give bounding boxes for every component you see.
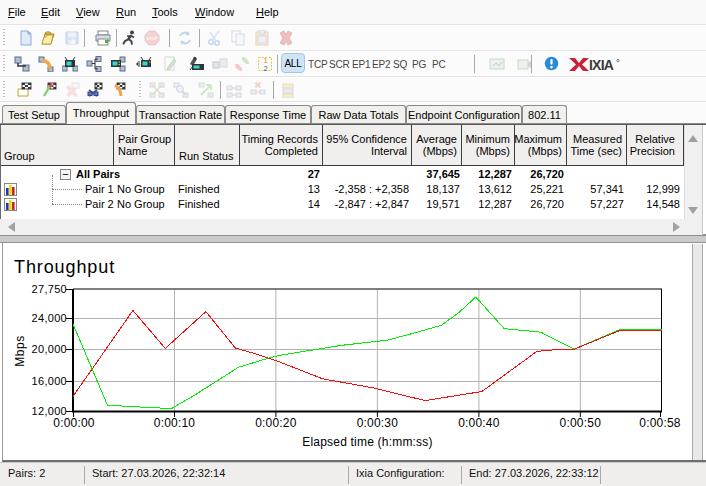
svg-text:0:00:58: 0:00:58 [639, 416, 681, 430]
svg-text:0:00:00: 0:00:00 [53, 416, 95, 430]
svg-text:Elapsed time (h:mm:ss): Elapsed time (h:mm:ss) [302, 435, 432, 449]
svg-text:20,000: 20,000 [32, 343, 67, 355]
svg-text:16,000: 16,000 [32, 375, 67, 387]
svg-text:2: 2 [264, 64, 268, 72]
svg-text:IXIA: IXIA [589, 57, 614, 73]
svg-text:0:00:50: 0:00:50 [560, 416, 602, 430]
svg-text:0:00:10: 0:00:10 [154, 416, 196, 430]
svg-text:0:00:20: 0:00:20 [255, 416, 297, 430]
svg-text:24,000: 24,000 [32, 312, 67, 324]
svg-text:0:00:40: 0:00:40 [458, 416, 500, 430]
svg-text:0:00:30: 0:00:30 [357, 416, 399, 430]
svg-text:Mbps: Mbps [13, 335, 27, 366]
svg-text:STOP: STOP [147, 36, 158, 41]
svg-text:27,750: 27,750 [32, 283, 67, 295]
